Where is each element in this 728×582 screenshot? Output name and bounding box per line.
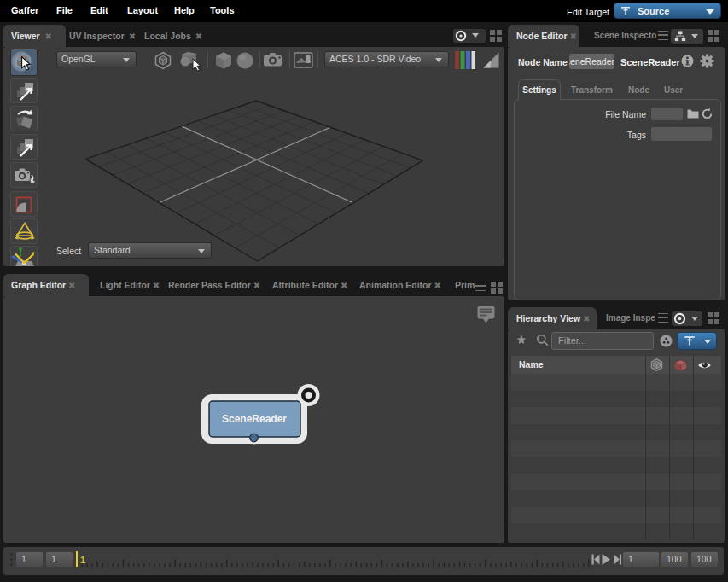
svg-text:SceneReader: SceneReader bbox=[222, 413, 287, 425]
